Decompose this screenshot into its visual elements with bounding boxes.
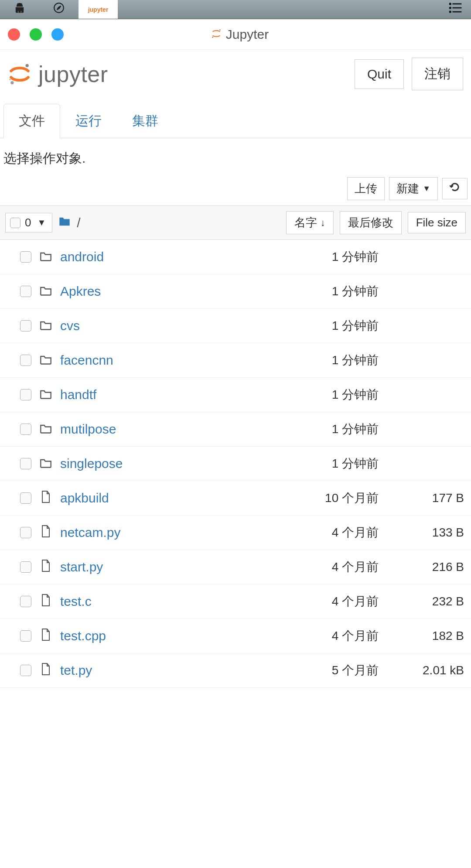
file-modified: 10 个月前 [278,490,379,506]
sort-modified-label: 最后修改 [348,215,393,230]
file-name-link[interactable]: Apkres [60,284,200,299]
file-row: tet.py5 个月前2.01 kB [0,653,471,688]
instruction-text: 选择操作对象. [0,138,471,173]
select-all-control[interactable]: 0 ▼ [5,213,52,232]
file-size: 216 B [386,560,464,574]
file-name-link[interactable]: apkbuild [60,491,200,506]
file-name-link[interactable]: mutilpose [60,422,200,437]
file-icon [38,559,53,575]
main-tabs: 文件 运行 集群 [0,103,471,138]
os-tab-safari[interactable] [39,0,78,19]
svg-rect-2 [453,3,462,5]
folder-icon [38,249,53,264]
row-checkbox[interactable] [20,458,31,469]
sort-size-label: File size [416,216,457,229]
row-checkbox[interactable] [20,286,31,297]
row-checkbox[interactable] [20,596,31,607]
folder-icon [38,387,53,402]
file-row: test.c4 个月前232 B [0,584,471,619]
action-toolbar: 上传 新建 ▼ [0,173,471,205]
file-name-link[interactable]: singlepose [60,456,200,471]
file-size: 133 B [386,526,464,540]
new-button[interactable]: 新建 ▼ [389,177,438,200]
folder-icon [38,284,53,299]
logout-button[interactable]: 注销 [412,58,463,90]
os-tab-jupyter[interactable]: jupyter [78,0,118,19]
refresh-button[interactable] [442,178,468,199]
sort-size-button[interactable]: File size [408,212,466,233]
file-name-link[interactable]: test.c [60,594,200,609]
file-name-link[interactable]: start.py [60,560,200,574]
file-icon [38,594,53,610]
file-row: singlepose1 分钟前 [0,447,471,481]
file-modified: 1 分钟前 [278,283,379,300]
file-row: test.cpp4 个月前182 B [0,619,471,653]
tab-files[interactable]: 文件 [3,104,60,138]
file-size: 2.01 kB [386,663,464,677]
file-modified: 1 分钟前 [278,352,379,369]
file-row: netcam.py4 个月前133 B [0,516,471,550]
file-modified: 4 个月前 [278,593,379,610]
quit-button[interactable]: Quit [355,59,404,89]
row-checkbox[interactable] [20,355,31,366]
upload-button[interactable]: 上传 [347,177,385,200]
file-size: 232 B [386,595,464,608]
row-checkbox[interactable] [20,527,31,538]
upload-label: 上传 [355,181,377,196]
file-list-header: 0 ▼ / 名字 ↓ 最后修改 File size [0,205,471,240]
row-checkbox[interactable] [20,561,31,573]
maximize-window-button[interactable] [51,28,64,41]
file-name-link[interactable]: netcam.py [60,525,200,540]
breadcrumb-root-folder-icon[interactable] [58,216,71,230]
svg-rect-6 [453,11,462,13]
file-modified: 1 分钟前 [278,386,379,403]
file-modified: 4 个月前 [278,559,379,575]
select-all-checkbox[interactable] [10,218,20,228]
row-checkbox[interactable] [20,665,31,676]
menu-list-icon[interactable] [448,2,462,17]
sort-modified-button[interactable]: 最后修改 [340,211,402,234]
compass-icon [53,2,65,17]
file-row: apkbuild10 个月前177 B [0,481,471,516]
android-icon [14,2,25,17]
close-window-button[interactable] [8,28,20,41]
row-checkbox[interactable] [20,424,31,435]
svg-point-7 [219,29,221,31]
svg-point-10 [10,81,14,84]
page-header: jupyter Quit 注销 [0,50,471,103]
window-title-bar: Jupyter [0,19,471,50]
window-controls [8,28,64,41]
folder-icon [38,353,53,368]
tab-clusters[interactable]: 集群 [117,104,174,138]
file-name-link[interactable]: facencnn [60,353,200,368]
file-modified: 1 分钟前 [278,318,379,334]
file-name-link[interactable]: handtf [60,387,200,402]
row-checkbox[interactable] [20,389,31,400]
folder-icon [38,456,53,471]
row-checkbox[interactable] [20,630,31,642]
file-icon [38,490,53,506]
file-name-link[interactable]: test.cpp [60,629,200,643]
svg-point-3 [449,7,451,9]
row-checkbox[interactable] [20,492,31,504]
sort-name-label: 名字 [294,215,317,230]
jupyter-logo[interactable]: jupyter [8,61,108,87]
tab-running[interactable]: 运行 [60,104,117,138]
svg-point-8 [212,37,213,38]
file-modified: 1 分钟前 [278,249,379,265]
sort-name-button[interactable]: 名字 ↓ [286,211,334,234]
file-name-link[interactable]: cvs [60,318,200,333]
minimize-window-button[interactable] [30,28,42,41]
os-tab-android[interactable] [0,0,39,19]
file-name-link[interactable]: tet.py [60,663,200,678]
row-checkbox[interactable] [20,320,31,331]
file-row: mutilpose1 分钟前 [0,412,471,447]
window-title: Jupyter [226,27,269,42]
file-icon [38,525,53,541]
file-modified: 5 个月前 [278,662,379,679]
file-name-link[interactable]: android [60,249,200,264]
caret-down-icon[interactable]: ▼ [35,218,48,228]
row-checkbox[interactable] [20,251,31,263]
file-modified: 4 个月前 [278,628,379,644]
breadcrumb-separator: / [77,215,80,230]
